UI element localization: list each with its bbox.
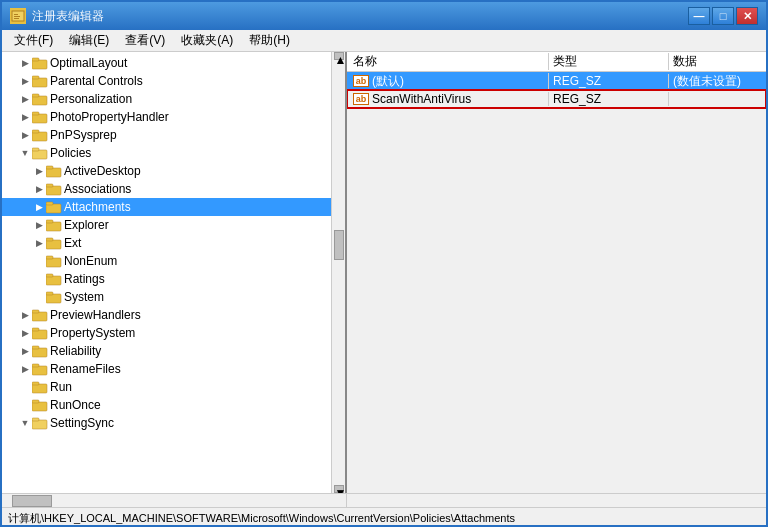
tree-label-Attachments: Attachments [64, 200, 131, 214]
tree-scrollbar[interactable]: ▲ ▼ [331, 52, 345, 493]
tree-item-NonEnum[interactable]: ▶ NonEnum [2, 252, 345, 270]
tree-label-PhotoPropertyHandler: PhotoPropertyHandler [50, 110, 169, 124]
right-h-scrollbar[interactable] [347, 494, 766, 507]
svg-rect-35 [32, 328, 39, 331]
folder-icon-ActiveDesktop [46, 164, 62, 178]
tree-label-Run: Run [50, 380, 72, 394]
window-title: 注册表编辑器 [32, 8, 688, 25]
tree-pane: ▶ OptimalLayout ▶ Parental Controls [2, 52, 347, 493]
menu-help[interactable]: 帮助(H) [241, 30, 298, 51]
expand-arrow-PropertySystem[interactable]: ▶ [18, 326, 32, 340]
tree-item-System[interactable]: ▶ System [2, 288, 345, 306]
tree-item-PropertySystem[interactable]: ▶ PropertySystem [2, 324, 345, 342]
tree-item-Policies[interactable]: ▼ Policies [2, 144, 345, 162]
expand-arrow-Associations[interactable]: ▶ [32, 182, 46, 196]
title-bar: 注册表编辑器 — □ ✕ [2, 2, 766, 30]
close-button[interactable]: ✕ [736, 7, 758, 25]
folder-icon-NonEnum [46, 254, 62, 268]
tree-item-PreviewHandlers[interactable]: ▶ PreviewHandlers [2, 306, 345, 324]
panes-area: ▶ OptimalLayout ▶ Parental Controls [2, 52, 766, 493]
expand-arrow-Personalization[interactable]: ▶ [18, 92, 32, 106]
tree-item-Ratings[interactable]: ▶ Ratings [2, 270, 345, 288]
bottom-scrollbars [2, 493, 766, 507]
tree-item-Attachments[interactable]: ▶ Attachments [2, 198, 345, 216]
expand-arrow-Policies[interactable]: ▼ [18, 146, 32, 160]
scroll-up-arrow[interactable]: ▲ [334, 52, 344, 60]
tree-item-Reliability[interactable]: ▶ Reliability [2, 342, 345, 360]
svg-rect-33 [32, 310, 39, 313]
scroll-track[interactable] [334, 62, 344, 483]
menu-edit[interactable]: 编辑(E) [61, 30, 117, 51]
tree-label-OptimalLayout: OptimalLayout [50, 56, 127, 70]
expand-arrow-Ext[interactable]: ▶ [32, 236, 46, 250]
minimize-button[interactable]: — [688, 7, 710, 25]
tree-item-PhotoPropertyHandler[interactable]: ▶ PhotoPropertyHandler [2, 108, 345, 126]
svg-rect-13 [32, 130, 39, 133]
window-controls: — □ ✕ [688, 7, 758, 25]
svg-rect-19 [46, 184, 53, 187]
folder-icon-SettingSync [32, 416, 48, 430]
expand-arrow-Attachments[interactable]: ▶ [32, 200, 46, 214]
tree-label-PreviewHandlers: PreviewHandlers [50, 308, 141, 322]
details-row-ScanWithAntiVirus[interactable]: ab ScanWithAntiVirus REG_SZ [347, 90, 766, 108]
svg-rect-2 [14, 16, 20, 17]
expand-arrow-Explorer[interactable]: ▶ [32, 218, 46, 232]
svg-rect-20 [46, 204, 61, 213]
svg-rect-4 [32, 60, 47, 69]
expand-arrow-PreviewHandlers[interactable]: ▶ [18, 308, 32, 322]
tree-label-System: System [64, 290, 104, 304]
svg-rect-8 [32, 96, 47, 105]
svg-rect-18 [46, 186, 61, 195]
tree-item-ActiveDesktop[interactable]: ▶ ActiveDesktop [2, 162, 345, 180]
tree-item-Associations[interactable]: ▶ Associations [2, 180, 345, 198]
svg-rect-22 [46, 222, 61, 231]
svg-rect-28 [46, 276, 61, 285]
tree-item-OptimalLayout[interactable]: ▶ OptimalLayout [2, 54, 345, 72]
details-row-default[interactable]: ab (默认) REG_SZ (数值未设置) [347, 72, 766, 90]
expand-arrow-PnPSysprep[interactable]: ▶ [18, 128, 32, 142]
svg-rect-37 [32, 346, 39, 349]
svg-rect-3 [14, 18, 19, 19]
svg-rect-10 [32, 114, 47, 123]
tree-item-Explorer[interactable]: ▶ Explorer [2, 216, 345, 234]
tree-item-SettingSync[interactable]: ▼ SettingSync [2, 414, 345, 432]
left-h-scrollbar[interactable] [2, 494, 347, 507]
tree-item-RunOnce[interactable]: ▶ RunOnce [2, 396, 345, 414]
left-h-thumb[interactable] [12, 495, 52, 507]
maximize-button[interactable]: □ [712, 7, 734, 25]
menu-view[interactable]: 查看(V) [117, 30, 173, 51]
menu-file[interactable]: 文件(F) [6, 30, 61, 51]
tree-item-RenameFiles[interactable]: ▶ RenameFiles [2, 360, 345, 378]
folder-icon-Ext [46, 236, 62, 250]
folder-icon-OptimalLayout [32, 56, 48, 70]
tree-label-ParentalControls: Parental Controls [50, 74, 143, 88]
tree-item-Run[interactable]: ▶ Run [2, 378, 345, 396]
tree-item-Ext[interactable]: ▶ Ext [2, 234, 345, 252]
svg-rect-32 [32, 312, 47, 321]
menu-favorites[interactable]: 收藏夹(A) [173, 30, 241, 51]
scroll-down-arrow[interactable]: ▼ [334, 485, 344, 493]
tree-inner[interactable]: ▶ OptimalLayout ▶ Parental Controls [2, 52, 345, 493]
scroll-thumb[interactable] [334, 230, 344, 260]
app-icon [10, 8, 26, 24]
status-text: 计算机\HKEY_LOCAL_MACHINE\SOFTWARE\Microsof… [8, 511, 515, 526]
svg-rect-16 [46, 168, 61, 177]
expand-arrow-Reliability[interactable]: ▶ [18, 344, 32, 358]
expand-arrow-OptimalLayout[interactable]: ▶ [18, 56, 32, 70]
expand-arrow-PhotoPropertyHandler[interactable]: ▶ [18, 110, 32, 124]
svg-rect-21 [46, 202, 53, 205]
tree-item-ParentalControls[interactable]: ▶ Parental Controls [2, 72, 345, 90]
expand-arrow-ParentalControls[interactable]: ▶ [18, 74, 32, 88]
svg-rect-5 [32, 58, 39, 61]
expand-arrow-RenameFiles[interactable]: ▶ [18, 362, 32, 376]
expand-arrow-SettingSync[interactable]: ▼ [18, 416, 32, 430]
main-window: 注册表编辑器 — □ ✕ 文件(F) 编辑(E) 查看(V) 收藏夹(A) 帮助… [0, 0, 768, 527]
svg-rect-36 [32, 348, 47, 357]
expand-arrow-ActiveDesktop[interactable]: ▶ [32, 164, 46, 178]
svg-rect-7 [32, 76, 39, 79]
folder-icon-PnPSysprep [32, 128, 48, 142]
tree-item-PnPSysprep[interactable]: ▶ PnPSysprep [2, 126, 345, 144]
tree-item-Personalization[interactable]: ▶ Personalization [2, 90, 345, 108]
status-bar: 计算机\HKEY_LOCAL_MACHINE\SOFTWARE\Microsof… [2, 507, 766, 527]
folder-icon-RunOnce [32, 398, 48, 412]
